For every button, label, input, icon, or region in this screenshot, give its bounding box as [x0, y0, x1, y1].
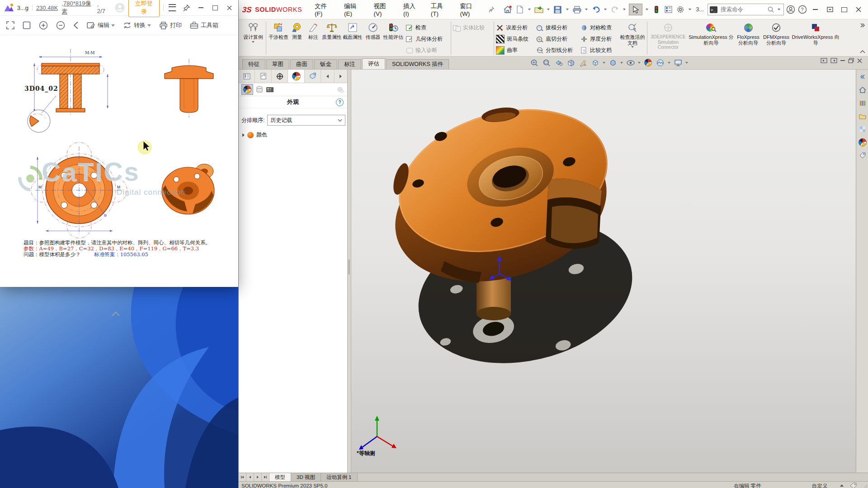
- tab-scroll-next[interactable]: [254, 473, 262, 481]
- ribbon-design-study-button[interactable]: 设计算例: [242, 20, 264, 56]
- redo-button[interactable]: [610, 4, 620, 15]
- view-orientation-caret[interactable]: [603, 62, 605, 64]
- close-button[interactable]: [852, 4, 865, 15]
- status-tag-icon[interactable]: [850, 483, 857, 488]
- menu-edit[interactable]: 编辑(E): [340, 0, 368, 19]
- edit-button[interactable]: 编辑: [87, 21, 115, 29]
- color-tree-item[interactable]: 颜色: [239, 128, 347, 141]
- fullscreen-icon[interactable]: [6, 21, 14, 29]
- doc-restore-icon[interactable]: [848, 58, 854, 63]
- design-library-icon[interactable]: [858, 99, 867, 108]
- redo-caret[interactable]: [623, 9, 626, 10]
- ribbon-draft-analysis-button[interactable]: 拔模分析: [536, 22, 580, 33]
- ribbon-thickness-button[interactable]: 厚度分析: [580, 33, 620, 45]
- configuration-manager-tab[interactable]: [272, 70, 288, 83]
- dock-right-icon[interactable]: [830, 58, 837, 63]
- login-button[interactable]: 立即登录: [128, 0, 160, 17]
- doc-close-icon[interactable]: [857, 58, 862, 63]
- taskpane-collapse-icon[interactable]: [858, 72, 867, 81]
- ribbon-check-button[interactable]: ✓ 检查: [406, 22, 449, 33]
- ribbon-curvature-button[interactable]: 曲率: [496, 45, 536, 56]
- search-icon[interactable]: [768, 6, 774, 13]
- viewer-filesize[interactable]: 230.48K: [36, 5, 58, 11]
- previous-image-icon[interactable]: [73, 21, 79, 29]
- tab-scroll-last[interactable]: [262, 473, 269, 481]
- search-input[interactable]: [720, 6, 765, 13]
- display-style-caret[interactable]: [620, 62, 623, 64]
- hide-show-caret[interactable]: [638, 62, 641, 64]
- ribbon-measure-button[interactable]: 测量: [289, 20, 305, 56]
- ribbon-compare-solid-button[interactable]: 实体比较: [453, 22, 492, 33]
- apply-scene-icon[interactable]: [654, 57, 666, 68]
- viewer-minimize-button[interactable]: [196, 3, 206, 13]
- print-viewer-button[interactable]: 打印: [159, 21, 182, 29]
- viewer-dimensions[interactable]: ,780*819像素: [61, 0, 94, 16]
- tab-addins[interactable]: SOLIDWORKS 插件: [386, 59, 449, 69]
- tab-sheet-metal[interactable]: 钣金: [314, 59, 337, 69]
- search-caret[interactable]: [778, 9, 780, 10]
- view-palette-icon[interactable]: [858, 125, 867, 134]
- zoom-in-icon[interactable]: [39, 21, 48, 30]
- tab-markup[interactable]: 标注: [338, 59, 361, 69]
- tab-evaluate[interactable]: 评估: [362, 58, 385, 69]
- rebuild-icon[interactable]: [651, 4, 661, 15]
- doc-minimize-icon[interactable]: [840, 60, 845, 61]
- quickbar-more[interactable]: 3...: [696, 6, 704, 13]
- ribbon-markup-button[interactable]: 标注: [305, 20, 321, 56]
- appearance-file-button[interactable]: [256, 85, 263, 94]
- toolbox-button[interactable]: 工具箱: [190, 21, 218, 29]
- ribbon-floxpress-button[interactable]: FloXpress 分析向导: [735, 20, 761, 56]
- ribbon-mass-properties-button[interactable]: 质量属性: [321, 20, 342, 56]
- new-caret[interactable]: [528, 9, 531, 10]
- menu-pin-icon[interactable]: [487, 4, 497, 15]
- viewer-menu-icon[interactable]: [167, 3, 178, 13]
- ribbon-zebra-button[interactable]: 斑马条纹: [496, 33, 536, 45]
- home-button[interactable]: [503, 4, 513, 15]
- properties-icon[interactable]: [663, 4, 673, 15]
- tab-features[interactable]: 特征: [242, 59, 265, 69]
- view-settings-caret[interactable]: [685, 62, 688, 64]
- ribbon-3dexperience-button[interactable]: 3DEXPERIENCE Simulation Connector: [649, 20, 687, 56]
- expand-arrow-icon[interactable]: [242, 133, 245, 137]
- featuremanager-tree-tab[interactable]: [239, 70, 255, 83]
- ribbon-sensor-button[interactable]: 传感器: [363, 20, 383, 56]
- ribbon-performance-button[interactable]: 性能评估: [383, 20, 404, 56]
- ribbon-interference-button[interactable]: 干涉检查: [268, 20, 289, 56]
- ribbon-overflow-icon[interactable]: [860, 23, 865, 28]
- graphics-viewport[interactable]: *等轴测: [351, 70, 856, 473]
- propertymanager-tab[interactable]: [255, 70, 271, 83]
- print-button[interactable]: [572, 4, 582, 15]
- panel-help-icon[interactable]: ?: [336, 99, 344, 106]
- display-manager-tab[interactable]: [305, 70, 321, 83]
- convert-button[interactable]: 转换: [123, 21, 151, 29]
- ribbon-dfmxpress-button[interactable]: DFMXpress 分析向导: [761, 20, 791, 56]
- zoom-area-icon[interactable]: [540, 57, 552, 68]
- help-icon[interactable]: ?: [797, 4, 807, 15]
- viewer-close-button[interactable]: [224, 3, 235, 13]
- tab-scroll-prev[interactable]: [246, 473, 254, 481]
- minimize-button[interactable]: [809, 4, 822, 15]
- hide-show-icon[interactable]: [624, 57, 637, 68]
- viewer-canvas[interactable]: .rdash{fill:none;stroke:#e06050;stroke-w…: [0, 35, 238, 287]
- sort-order-dropdown[interactable]: 历史记载: [267, 115, 345, 126]
- span-displays-button[interactable]: [824, 4, 836, 15]
- ribbon-symmetry-check-button[interactable]: 对称检查: [580, 22, 620, 33]
- ribbon-parting-line-button[interactable]: 分型线分析: [536, 45, 580, 56]
- open-button[interactable]: [534, 4, 544, 15]
- view-settings-icon[interactable]: [672, 57, 684, 68]
- view-orientation-icon[interactable]: [589, 57, 601, 68]
- menu-insert[interactable]: 插入(I): [399, 0, 425, 19]
- doc-tab-3dviews[interactable]: 3D 视图: [291, 473, 321, 481]
- tab-sketch[interactable]: 草图: [266, 59, 289, 69]
- menu-view[interactable]: 视图(V): [369, 0, 397, 19]
- decal-button[interactable]: [266, 86, 274, 93]
- undo-caret[interactable]: [604, 9, 607, 10]
- custom-properties-icon[interactable]: [858, 151, 867, 160]
- resize-grip[interactable]: [863, 484, 868, 488]
- ribbon-driveworksxpress-button[interactable]: DriveWorksXpress 向导: [791, 20, 840, 56]
- viewer-avatar[interactable]: [115, 3, 125, 13]
- ribbon-check-active-doc-button[interactable]: ✓* 检查激活的文档: [620, 20, 645, 56]
- save-button[interactable]: [553, 4, 563, 15]
- undo-button[interactable]: [591, 4, 601, 15]
- viewer-pin-icon[interactable]: [181, 3, 192, 13]
